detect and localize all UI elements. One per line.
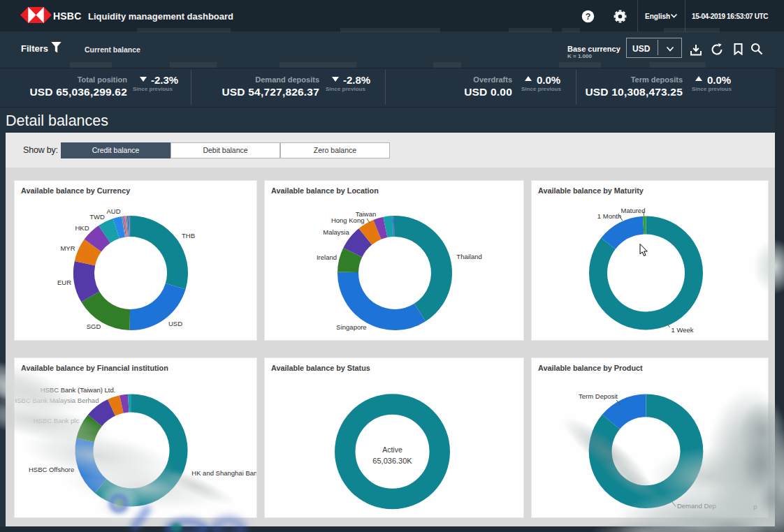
svg-text:?: ? bbox=[586, 12, 591, 22]
